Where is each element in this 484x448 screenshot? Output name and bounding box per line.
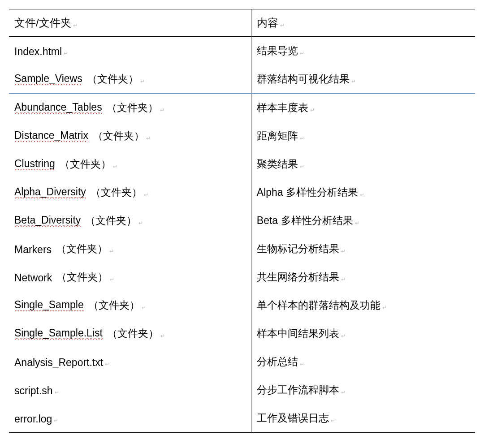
file-name-cell: Sample_Views（文件夹）↵ (9, 65, 251, 93)
file-name-cell: Analysis_Report.txt↵ (9, 348, 251, 376)
description-text: Alpha 多样性分析结果 (257, 185, 358, 199)
description-cell: 分析总结↵ (251, 348, 475, 376)
file-name-cell: Index.html↵ (9, 37, 251, 65)
paragraph-mark-icon: ↵ (140, 78, 145, 85)
paragraph-mark-icon: ↵ (109, 248, 114, 254)
description-text: 分步工作流程脚本 (257, 383, 339, 397)
paragraph-mark-icon: ↵ (331, 418, 335, 424)
table-row: Analysis_Report.txt↵分析总结↵ (9, 348, 475, 376)
paragraph-mark-icon: ↵ (341, 333, 346, 339)
description-cell: 样本中间结果列表↵ (251, 319, 475, 348)
description-text: 群落结构可视化结果 (257, 72, 350, 86)
file-name: Network (14, 272, 52, 284)
folder-suffix: （文件夹） (87, 72, 138, 86)
header-right-text: 内容 (257, 16, 278, 30)
description-text: 工作及错误日志 (257, 411, 329, 425)
description-text: 样本丰度表 (257, 101, 308, 115)
file-name-cell: Markers（文件夹）↵ (9, 235, 251, 263)
header-content: 内容 ↵ (251, 9, 475, 36)
header-file-folder: 文件/文件夹 ↵ (9, 9, 251, 36)
table-row: Single_Sample.List（文件夹）↵样本中间结果列表↵ (9, 319, 475, 348)
folder-suffix: （文件夹） (88, 298, 140, 312)
table-body: Index.html↵结果导览↵Sample_Views（文件夹）↵群落结构可视… (9, 37, 475, 433)
paragraph-mark-icon: ↵ (110, 276, 114, 283)
folder-suffix: （文件夹） (107, 101, 158, 115)
folder-suffix: （文件夹） (56, 242, 108, 256)
description-cell: 生物标记分析结果↵ (251, 235, 475, 263)
file-name-cell: script.sh↵ (9, 376, 251, 404)
folder-suffix: （文件夹） (107, 327, 159, 340)
paragraph-mark-icon: ↵ (355, 220, 359, 226)
description-cell: 距离矩阵↵ (251, 122, 475, 150)
description-text: 样本中间结果列表 (257, 327, 339, 340)
file-name: Markers (14, 244, 52, 256)
description-cell: 单个样本的群落结构及功能↵ (251, 291, 475, 319)
file-name-cell: Single_Sample.List（文件夹）↵ (9, 319, 251, 348)
table-row: Distance_Matrix（文件夹）↵距离矩阵↵ (9, 122, 475, 150)
description-cell: 样本丰度表↵ (251, 94, 475, 122)
folder-suffix: （文件夹） (85, 214, 137, 228)
table-row: Single_Sample（文件夹）↵单个样本的群落结构及功能↵ (9, 291, 475, 319)
file-name: Analysis_Report.txt (14, 357, 103, 369)
file-name-cell: Alpha_Diversity（文件夹）↵ (9, 178, 251, 207)
paragraph-mark-icon: ↵ (73, 22, 78, 29)
paragraph-mark-icon: ↵ (55, 389, 59, 396)
description-cell: 群落结构可视化结果↵ (251, 65, 475, 93)
file-name-cell: Network（文件夹）↵ (9, 263, 251, 291)
paragraph-mark-icon: ↵ (341, 248, 346, 254)
description-text: 单个样本的群落结构及功能 (257, 298, 380, 312)
file-name: Clustring (14, 158, 55, 171)
file-name: Index.html (14, 46, 62, 58)
file-name: Distance_Matrix (14, 129, 88, 143)
description-text: 共生网络分析结果 (257, 270, 339, 284)
file-name: Single_Sample (14, 299, 84, 312)
header-left-text: 文件/文件夹 (14, 16, 71, 30)
description-text: 分析总结 (257, 355, 298, 369)
folder-suffix: （文件夹） (60, 157, 111, 171)
paragraph-mark-icon: ↵ (310, 107, 315, 113)
table-row: Sample_Views（文件夹）↵群落结构可视化结果↵ (9, 65, 475, 94)
paragraph-mark-icon: ↵ (351, 78, 356, 85)
paragraph-mark-icon: ↵ (300, 50, 304, 56)
paragraph-mark-icon: ↵ (160, 333, 165, 339)
folder-suffix: （文件夹） (56, 270, 108, 284)
file-name-cell: Beta_Diversity（文件夹）↵ (9, 207, 251, 235)
file-name: error.log (14, 413, 52, 425)
folder-suffix: （文件夹） (93, 129, 144, 143)
paragraph-mark-icon: ↵ (105, 361, 109, 367)
paragraph-mark-icon: ↵ (360, 192, 364, 198)
description-cell: 聚类结果↵ (251, 150, 475, 178)
table-row: Index.html↵结果导览↵ (9, 37, 475, 65)
file-name: Alpha_Diversity (14, 186, 86, 199)
file-description-table: 文件/文件夹 ↵ 内容 ↵ Index.html↵结果导览↵Sample_Vie… (9, 9, 475, 433)
paragraph-mark-icon: ↵ (54, 418, 58, 424)
table-header-row: 文件/文件夹 ↵ 内容 ↵ (9, 9, 475, 37)
folder-suffix: （文件夹） (91, 185, 142, 199)
paragraph-mark-icon: ↵ (300, 164, 304, 170)
paragraph-mark-icon: ↵ (146, 135, 151, 142)
table-row: script.sh↵分步工作流程脚本↵ (9, 376, 475, 404)
description-cell: 工作及错误日志↵ (251, 404, 475, 432)
file-name: Abundance_Tables (14, 101, 102, 115)
paragraph-mark-icon: ↵ (341, 276, 346, 283)
file-name-cell: Distance_Matrix（文件夹）↵ (9, 122, 251, 150)
description-cell: 结果导览↵ (251, 37, 475, 65)
file-name-cell: Clustring（文件夹）↵ (9, 150, 251, 178)
paragraph-mark-icon: ↵ (300, 361, 304, 367)
paragraph-mark-icon: ↵ (64, 50, 68, 56)
table-row: Beta_Diversity（文件夹）↵Beta 多样性分析结果↵ (9, 207, 475, 235)
paragraph-mark-icon: ↵ (382, 305, 387, 311)
description-text: 距离矩阵 (257, 129, 298, 143)
paragraph-mark-icon: ↵ (280, 22, 285, 29)
file-name: Sample_Views (14, 73, 82, 86)
table-row: error.log↵工作及错误日志↵ (9, 404, 475, 433)
paragraph-mark-icon: ↵ (138, 220, 143, 226)
description-cell: Beta 多样性分析结果↵ (251, 207, 475, 235)
description-text: 生物标记分析结果 (257, 242, 339, 256)
table-row: Network（文件夹）↵共生网络分析结果↵ (9, 263, 475, 291)
paragraph-mark-icon: ↵ (142, 305, 146, 311)
description-cell: Alpha 多样性分析结果↵ (251, 178, 475, 207)
file-name-cell: error.log↵ (9, 404, 251, 432)
paragraph-mark-icon: ↵ (300, 135, 304, 142)
file-name-cell: Single_Sample（文件夹）↵ (9, 291, 251, 319)
